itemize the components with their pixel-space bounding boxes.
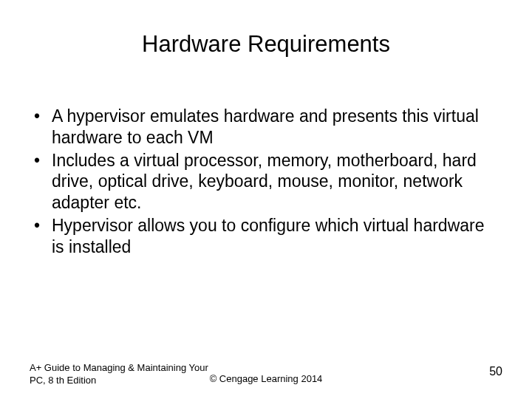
list-item: Hypervisor allows you to configure which… — [30, 215, 495, 258]
list-item: A hypervisor emulates hardware and prese… — [30, 106, 495, 149]
bullet-list: A hypervisor emulates hardware and prese… — [30, 106, 495, 257]
page-number: 50 — [489, 365, 502, 378]
list-item: Includes a virtual processor, memory, mo… — [30, 150, 495, 214]
footer: A+ Guide to Managing & Maintaining Your … — [0, 358, 532, 387]
slide: Hardware Requirements A hypervisor emula… — [0, 0, 532, 399]
slide-body: A hypervisor emulates hardware and prese… — [30, 106, 495, 259]
slide-title: Hardware Requirements — [0, 31, 532, 58]
footer-copyright: © Cengage Learning 2014 — [0, 373, 532, 384]
